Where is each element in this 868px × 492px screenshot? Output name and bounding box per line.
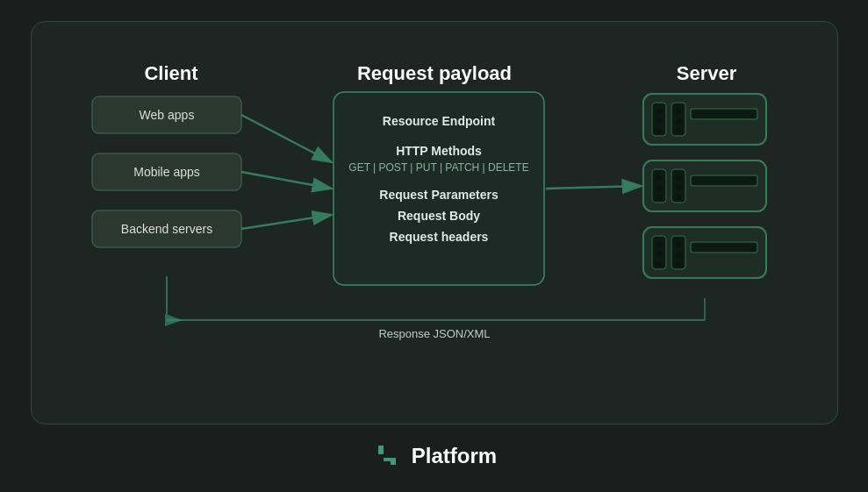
svg-point-8	[656, 127, 662, 133]
svg-point-18	[656, 194, 662, 200]
svg-point-6	[656, 108, 662, 114]
payload-params: Request Parameters	[379, 188, 499, 202]
payload-resource: Resource Endpoint	[382, 114, 495, 128]
svg-line-37	[241, 172, 332, 189]
platform-logo	[371, 440, 403, 472]
payload-methods-value: GET | POST | PUT | PATCH | DELETE	[348, 161, 528, 174]
svg-rect-33	[691, 242, 757, 253]
svg-point-16	[656, 175, 662, 181]
svg-line-39	[546, 186, 642, 189]
svg-point-31	[675, 251, 681, 257]
svg-rect-13	[691, 109, 757, 119]
payload-headers: Request headers	[389, 230, 488, 244]
svg-line-38	[241, 215, 332, 229]
svg-point-32	[675, 260, 681, 267]
platform-footer: Platform	[371, 440, 497, 472]
svg-point-17	[656, 184, 662, 190]
main-diagram-container: Client Request payload Server Web apps M…	[31, 21, 838, 424]
svg-point-20	[675, 175, 681, 181]
response-label: Response JSON/XML	[378, 327, 490, 340]
svg-point-22	[675, 194, 681, 200]
svg-line-36	[241, 115, 332, 162]
svg-rect-23	[691, 175, 757, 186]
client-item-mobileapps: Mobile apps	[133, 165, 200, 179]
svg-point-30	[675, 241, 681, 247]
svg-point-21	[675, 184, 681, 190]
server-title: Server	[676, 62, 736, 84]
svg-point-28	[656, 260, 662, 267]
diagram-svg: Client Request payload Server Web apps M…	[66, 48, 803, 390]
svg-point-27	[656, 251, 662, 257]
client-item-webapps: Web apps	[139, 108, 194, 122]
svg-point-11	[675, 118, 681, 124]
svg-point-7	[656, 118, 662, 124]
svg-point-12	[675, 127, 681, 133]
platform-label: Platform	[412, 444, 497, 468]
svg-point-10	[675, 108, 681, 114]
client-item-backend: Backend servers	[120, 222, 212, 236]
payload-methods-label: HTTP Methods	[396, 144, 482, 158]
client-title: Client	[144, 62, 198, 84]
svg-point-26	[656, 241, 662, 247]
payload-body: Request Body	[397, 209, 479, 223]
payload-title: Request payload	[356, 62, 511, 84]
